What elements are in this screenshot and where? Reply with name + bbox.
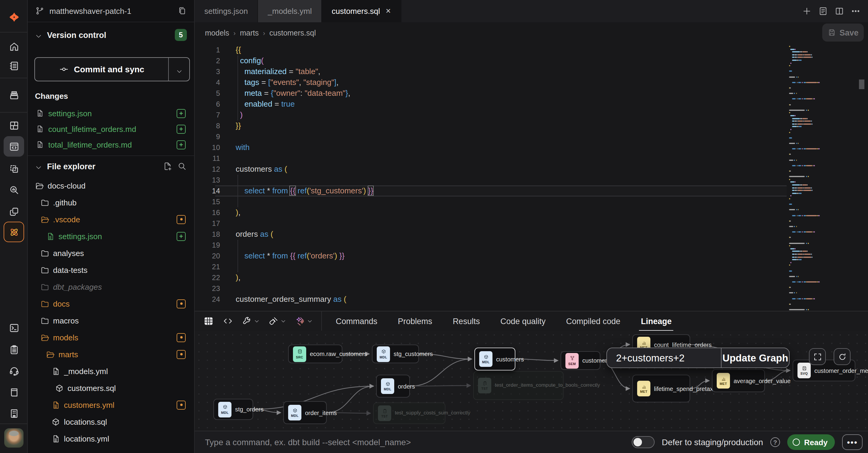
lineage-canvas[interactable]: SRCecom.raw_customersMDLstg_customersMDL… [195, 331, 868, 431]
tree-item-docs[interactable]: docs [28, 295, 194, 312]
new-tab-icon[interactable] [802, 6, 812, 16]
tree-item-customers.sql[interactable]: customers.sql [28, 380, 194, 396]
panel-tab-lineage[interactable]: Lineage [630, 311, 682, 331]
organization-icon[interactable] [4, 403, 24, 423]
dashboard-icon[interactable] [4, 115, 24, 135]
dbt-logo-icon[interactable] [4, 7, 24, 27]
notebook-icon[interactable] [4, 56, 24, 76]
lineage-node-lifetime_spend_pretax[interactable]: METlifetime_spend_pretax [632, 375, 690, 402]
commit-and-sync-label-area[interactable]: Commit and sync [35, 58, 169, 81]
lineage-node-stg_orders[interactable]: MDLstg_orders [213, 399, 253, 420]
copy-icon[interactable] [177, 6, 187, 16]
breadcrumb-part[interactable]: models [205, 29, 229, 37]
tab-settings.json[interactable]: settings.json [195, 0, 258, 22]
terminal-icon[interactable] [4, 318, 24, 338]
code-editor-icon[interactable] [4, 136, 24, 157]
ready-status-badge[interactable]: Ready [787, 434, 835, 450]
lineage-node-test_supply_costs_sum_correctly[interactable]: TSTtest_supply_costs_sum_correctly [373, 402, 445, 424]
more-actions-icon[interactable] [850, 6, 861, 16]
fullscreen-button[interactable] [809, 348, 826, 365]
ready-label: Ready [804, 438, 828, 447]
tree-item-docs-cloud[interactable]: docs-cloud [28, 177, 194, 194]
chevron-down-icon[interactable] [280, 316, 286, 326]
new-file-icon[interactable] [163, 161, 173, 171]
panel-tab-compiled-code[interactable]: Compiled code [556, 311, 630, 331]
defer-toggle[interactable] [632, 436, 655, 448]
changed-file-row[interactable]: count_lifetime_orders.md+ [28, 121, 194, 137]
tree-item-_models.yml[interactable]: _models.yml [28, 363, 194, 380]
tab-_models.yml[interactable]: _models.yml [258, 0, 322, 22]
lineage-selector-input[interactable]: 2+customers+2 [607, 348, 721, 367]
command-input[interactable]: Type a command, ex. dbt build --select <… [205, 437, 632, 447]
panel-tab-problems[interactable]: Problems [388, 311, 442, 331]
user-avatar[interactable] [4, 428, 24, 448]
panel-tab-code-quality[interactable]: Code quality [490, 311, 556, 331]
visual-editor-icon[interactable] [4, 158, 24, 179]
tree-item-dbt_packages[interactable]: dbt_packages [28, 278, 194, 295]
ai-assist-icon[interactable] [295, 316, 306, 326]
split-editor-icon[interactable] [834, 6, 844, 16]
line-number: 17 [195, 218, 220, 229]
lineage-node-ecom.raw_customers[interactable]: SRCecom.raw_customers [288, 345, 342, 363]
tree-item-customers.yml[interactable]: customers.yml [28, 396, 194, 413]
journal-icon[interactable] [818, 6, 828, 16]
dbt-fusion-icon[interactable] [4, 222, 24, 242]
tree-item-locations.yml[interactable]: locations.yml [28, 430, 194, 447]
preview-table-icon[interactable] [203, 316, 214, 326]
tree-item-data-tests[interactable]: data-tests [28, 261, 194, 278]
folder-open-icon [46, 350, 55, 359]
scrollbar-thumb[interactable] [859, 79, 864, 89]
code-editor[interactable]: 1{{2 config(3 materialized = "table",4 t… [195, 43, 868, 311]
save-button[interactable]: Save [822, 24, 864, 41]
tab-customers.sql[interactable]: customers.sql✕ [322, 0, 401, 22]
archive-icon[interactable] [4, 85, 24, 105]
commit-and-sync-button[interactable]: Commit and sync [34, 57, 190, 81]
build-wrench-icon[interactable] [242, 316, 253, 326]
tree-item-macros[interactable]: macros [28, 312, 194, 329]
lineage-node-stg_customers[interactable]: MDLstg_customers [372, 345, 419, 363]
breadcrumb-part[interactable]: marts [240, 29, 259, 37]
panel-tab-commands[interactable]: Commands [326, 311, 388, 331]
commit-options-dropdown[interactable] [169, 58, 189, 81]
search-icon[interactable] [177, 161, 187, 171]
refresh-graph-button[interactable] [834, 348, 850, 365]
panel-tab-results[interactable]: Results [442, 311, 490, 331]
breadcrumb[interactable]: models›marts›customers.sql [205, 29, 316, 37]
update-graph-button[interactable]: Update Graph [721, 348, 789, 367]
more-options-button[interactable]: ••• [842, 434, 863, 450]
node-label: order_items [305, 409, 337, 416]
format-code-icon[interactable] [268, 316, 279, 326]
compile-code-icon[interactable] [222, 316, 233, 326]
help-icon[interactable]: ? [770, 437, 780, 447]
minimap[interactable] [789, 46, 849, 311]
lineage-node-average_order_value[interactable]: METaverage_order_value [712, 369, 765, 392]
branch-name[interactable]: matthewshaver-patch-1 [50, 6, 173, 15]
chevron-down-icon[interactable] [307, 316, 313, 326]
lineage-node-orders[interactable]: MDLorders [376, 375, 410, 397]
tree-item-.vscode[interactable]: .vscode [28, 211, 194, 228]
tree-item-locations.sql[interactable]: locations.sql [28, 413, 194, 430]
close-tab-icon[interactable]: ✕ [385, 7, 391, 15]
tree-item-marts[interactable]: marts [28, 346, 194, 363]
orchestration-icon[interactable] [4, 201, 24, 222]
tree-item-.github[interactable]: .github [28, 194, 194, 211]
breadcrumb-part[interactable]: customers.sql [270, 29, 316, 37]
version-control-header[interactable]: Version control 5 [28, 27, 194, 43]
code-text: materialized = "table", [236, 66, 320, 77]
tree-item-models[interactable]: models [28, 329, 194, 346]
support-headset-icon[interactable] [4, 360, 24, 381]
changed-file-row[interactable]: settings.json+ [28, 105, 194, 121]
tree-item-settings.json[interactable]: settings.json+ [28, 228, 194, 245]
changed-file-row[interactable]: total_lifetime_orders.md+ [28, 137, 194, 153]
lineage-node-customers[interactable]: MDLcustomers [474, 348, 516, 370]
lineage-node-order_items[interactable]: MDLorder_items [283, 401, 327, 424]
file-explorer-header[interactable]: File explorer [28, 158, 194, 175]
chevron-down-icon[interactable] [254, 316, 260, 326]
home-icon[interactable] [4, 36, 24, 57]
tree-item-analyses[interactable]: analyses [28, 245, 194, 261]
docs-book-icon[interactable] [4, 382, 24, 402]
lineage-node-customers[interactable]: SEMcustomers [561, 351, 600, 370]
lineage-node-test_order_items_compute_to_bools_correctly[interactable]: TSTtest_order_items_compute_to_bools_cor… [473, 371, 564, 400]
clipboard-icon[interactable] [4, 339, 24, 360]
explore-catalog-icon[interactable] [4, 180, 24, 200]
